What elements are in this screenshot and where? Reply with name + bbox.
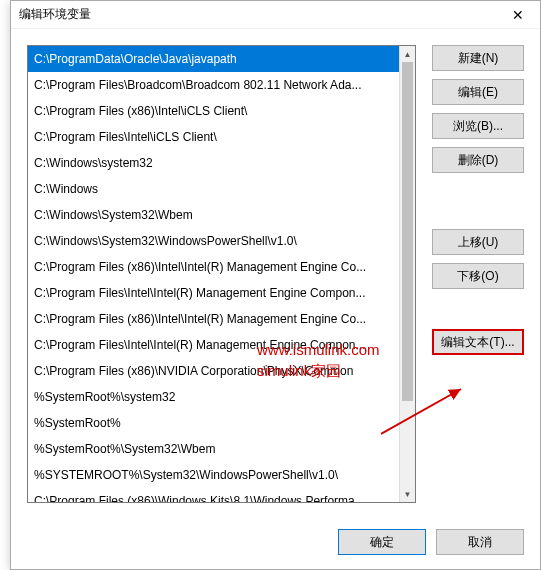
dialog-title: 编辑环境变量 <box>19 6 504 23</box>
scroll-thumb[interactable] <box>402 62 413 401</box>
list-item[interactable]: C:\Program Files (x86)\NVIDIA Corporatio… <box>28 358 399 384</box>
scroll-up-icon[interactable]: ▲ <box>400 46 415 62</box>
edit-text-button[interactable]: 编辑文本(T)... <box>432 329 524 355</box>
browse-button[interactable]: 浏览(B)... <box>432 113 524 139</box>
list-item[interactable]: %SystemRoot%\System32\Wbem <box>28 436 399 462</box>
dialog-content: C:\ProgramData\Oracle\Java\javapathC:\Pr… <box>11 29 540 519</box>
path-list-container: C:\ProgramData\Oracle\Java\javapathC:\Pr… <box>27 45 416 503</box>
list-item[interactable]: C:\Windows\system32 <box>28 150 399 176</box>
dialog-footer: 确定 取消 <box>11 519 540 569</box>
list-item[interactable]: C:\Program Files\Intel\iCLS Client\ <box>28 124 399 150</box>
scrollbar[interactable]: ▲ ▼ <box>399 46 415 502</box>
list-item[interactable]: C:\ProgramData\Oracle\Java\javapath <box>28 46 399 72</box>
list-item[interactable]: C:\Program Files (x86)\Intel\Intel(R) Ma… <box>28 254 399 280</box>
scroll-down-icon[interactable]: ▼ <box>400 486 415 502</box>
list-item[interactable]: C:\Program Files\Broadcom\Broadcom 802.1… <box>28 72 399 98</box>
list-item[interactable]: C:\Windows\System32\Wbem <box>28 202 399 228</box>
list-item[interactable]: C:\Program Files (x86)\Intel\iCLS Client… <box>28 98 399 124</box>
delete-button[interactable]: 删除(D) <box>432 147 524 173</box>
list-item[interactable]: %SYSTEMROOT%\System32\WindowsPowerShell\… <box>28 462 399 488</box>
list-item[interactable]: %SystemRoot%\system32 <box>28 384 399 410</box>
ok-button[interactable]: 确定 <box>338 529 426 555</box>
list-item[interactable]: C:\Program Files (x86)\Intel\Intel(R) Ma… <box>28 306 399 332</box>
list-item[interactable]: C:\Program Files\Intel\Intel(R) Manageme… <box>28 280 399 306</box>
list-item[interactable]: C:\Windows\System32\WindowsPowerShell\v1… <box>28 228 399 254</box>
move-down-button[interactable]: 下移(O) <box>432 263 524 289</box>
edit-button[interactable]: 编辑(E) <box>432 79 524 105</box>
edit-env-dialog: 编辑环境变量 ✕ C:\ProgramData\Oracle\Java\java… <box>10 0 541 570</box>
side-buttons: 新建(N) 编辑(E) 浏览(B)... 删除(D) 上移(U) 下移(O) 编… <box>432 45 524 511</box>
spacer <box>432 297 524 321</box>
titlebar: 编辑环境变量 ✕ <box>11 1 540 29</box>
move-up-button[interactable]: 上移(U) <box>432 229 524 255</box>
close-icon[interactable]: ✕ <box>504 3 532 27</box>
list-item[interactable]: C:\Program Files (x86)\Windows Kits\8.1\… <box>28 488 399 502</box>
spacer <box>432 181 524 221</box>
cancel-button[interactable]: 取消 <box>436 529 524 555</box>
new-button[interactable]: 新建(N) <box>432 45 524 71</box>
list-item[interactable]: C:\Windows <box>28 176 399 202</box>
scroll-track[interactable] <box>400 62 415 486</box>
path-list[interactable]: C:\ProgramData\Oracle\Java\javapathC:\Pr… <box>28 46 399 502</box>
list-item[interactable]: C:\Program Files\Intel\Intel(R) Manageme… <box>28 332 399 358</box>
list-item[interactable]: %SystemRoot% <box>28 410 399 436</box>
